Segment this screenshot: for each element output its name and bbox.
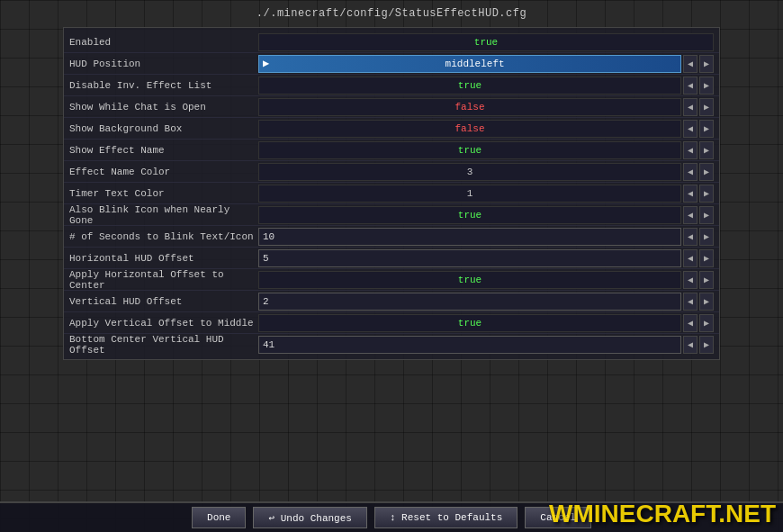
arrow-left-12[interactable]: ◀	[683, 293, 698, 311]
config-row-2: Disable Inv. Effect Listtrue◀▶	[64, 75, 719, 96]
arrow-right-4[interactable]: ▶	[699, 120, 714, 138]
row-value-1: middleleft	[273, 59, 677, 69]
config-row-8: Also Blink Icon when Nearly Gonetrue◀▶	[64, 204, 719, 226]
row-value-area-9[interactable]: 10	[258, 228, 681, 246]
config-row-1: HUD Position▶middleleft◀▶	[64, 53, 719, 75]
config-row-14: Bottom Center Vertical HUD Offset41◀▶	[64, 334, 719, 356]
row-value-13: true	[263, 318, 677, 329]
arrow-left-13[interactable]: ◀	[683, 314, 698, 332]
row-value-area-7: 1	[258, 185, 681, 203]
arrow-right-2[interactable]: ▶	[699, 77, 714, 95]
arrow-left-8[interactable]: ◀	[683, 206, 698, 224]
row-value-area-2: true	[258, 77, 681, 95]
config-row-9: # of Seconds to Blink Text/Icon10◀▶	[64, 226, 719, 248]
config-row-13: Apply Vertical Offset to Middletrue◀▶	[64, 312, 719, 334]
row-value-area-6: 3	[258, 163, 681, 181]
row-label-14: Bottom Center Vertical HUD Offset	[69, 334, 258, 356]
row-value-14: 41	[263, 339, 677, 350]
row-label-1: HUD Position	[69, 59, 258, 69]
cursor-arrow-icon: ▶	[263, 57, 269, 70]
config-row-6: Effect Name Color3◀▶	[64, 161, 719, 183]
row-label-13: Apply Vertical Offset to Middle	[69, 318, 258, 329]
config-row-12: Vertical HUD Offset2◀▶	[64, 291, 719, 312]
row-value-2: true	[263, 80, 677, 91]
row-label-2: Disable Inv. Effect List	[69, 80, 258, 91]
arrow-left-3[interactable]: ◀	[683, 98, 698, 116]
arrow-right-12[interactable]: ▶	[699, 293, 714, 311]
config-row-10: Horizontal HUD Offset5◀▶	[64, 248, 719, 269]
arrow-left-5[interactable]: ◀	[683, 141, 698, 159]
row-label-12: Vertical HUD Offset	[69, 296, 258, 307]
row-value-area-10[interactable]: 5	[258, 249, 681, 267]
row-value-area-8: true	[258, 206, 681, 224]
row-value-7: 1	[263, 188, 677, 199]
row-value-12: 2	[263, 296, 677, 307]
config-row-11: Apply Horizontal Offset to Centertrue◀▶	[64, 269, 719, 291]
row-value-area-1: ▶middleleft	[258, 55, 681, 73]
config-row-4: Show Background Boxfalse◀▶	[64, 118, 719, 140]
title-bar: ./.minecraft/config/StatusEffectHUD.cfg	[256, 7, 526, 20]
arrow-left-6[interactable]: ◀	[683, 163, 698, 181]
row-label-7: Timer Text Color	[69, 188, 258, 199]
row-value-area-0: true	[258, 33, 714, 51]
arrow-right-1[interactable]: ▶	[699, 55, 714, 73]
arrow-left-9[interactable]: ◀	[683, 228, 698, 246]
arrow-right-7[interactable]: ▶	[699, 185, 714, 203]
row-value-6: 3	[263, 167, 677, 177]
arrow-left-4[interactable]: ◀	[683, 120, 698, 138]
row-value-11: true	[263, 275, 677, 285]
arrow-left-1[interactable]: ◀	[683, 55, 698, 73]
row-value-10: 5	[263, 253, 677, 264]
row-value-area-14[interactable]: 41	[258, 336, 681, 354]
arrow-left-2[interactable]: ◀	[683, 77, 698, 95]
row-value-8: true	[263, 210, 677, 221]
row-label-4: Show Background Box	[69, 123, 258, 134]
row-value-area-5: true	[258, 141, 681, 159]
arrow-right-9[interactable]: ▶	[699, 228, 714, 246]
config-panel: EnabledtrueHUD Position▶middleleft◀▶Disa…	[63, 27, 720, 360]
row-label-5: Show Effect Name	[69, 145, 258, 156]
arrow-right-13[interactable]: ▶	[699, 314, 714, 332]
main-container: ./.minecraft/config/StatusEffectHUD.cfg …	[0, 0, 783, 532]
config-row-5: Show Effect Nametrue◀▶	[64, 140, 719, 161]
row-value-0: true	[263, 37, 709, 48]
row-value-area-12[interactable]: 2	[258, 293, 681, 311]
config-row-0: Enabledtrue	[64, 32, 719, 53]
row-value-9: 10	[263, 231, 677, 242]
arrow-right-8[interactable]: ▶	[699, 206, 714, 224]
row-label-0: Enabled	[69, 37, 258, 48]
arrow-left-11[interactable]: ◀	[683, 271, 698, 289]
row-value-area-3: false	[258, 98, 681, 116]
row-value-4: false	[263, 123, 677, 134]
row-value-5: true	[263, 145, 677, 156]
row-label-11: Apply Horizontal Offset to Center	[69, 269, 258, 291]
row-value-area-11: true	[258, 271, 681, 289]
config-path: ./.minecraft/config/StatusEffectHUD.cfg	[256, 7, 526, 20]
arrow-left-10[interactable]: ◀	[683, 249, 698, 267]
arrow-left-7[interactable]: ◀	[683, 185, 698, 203]
arrow-right-6[interactable]: ▶	[699, 163, 714, 181]
row-label-9: # of Seconds to Blink Text/Icon	[69, 231, 258, 242]
row-value-area-4: false	[258, 120, 681, 138]
row-value-area-13: true	[258, 314, 681, 332]
row-label-6: Effect Name Color	[69, 167, 258, 177]
arrow-right-3[interactable]: ▶	[699, 98, 714, 116]
arrow-right-14[interactable]: ▶	[699, 336, 714, 354]
arrow-left-14[interactable]: ◀	[683, 336, 698, 354]
row-label-10: Horizontal HUD Offset	[69, 253, 258, 264]
config-row-7: Timer Text Color1◀▶	[64, 183, 719, 204]
arrow-right-5[interactable]: ▶	[699, 141, 714, 159]
row-label-8: Also Blink Icon when Nearly Gone	[69, 204, 258, 226]
arrow-right-11[interactable]: ▶	[699, 271, 714, 289]
arrow-right-10[interactable]: ▶	[699, 249, 714, 267]
row-value-3: false	[263, 102, 677, 113]
config-row-3: Show While Chat is Openfalse◀▶	[64, 96, 719, 118]
watermark: WMINECRAFT.NET	[542, 496, 783, 532]
row-label-3: Show While Chat is Open	[69, 102, 258, 113]
